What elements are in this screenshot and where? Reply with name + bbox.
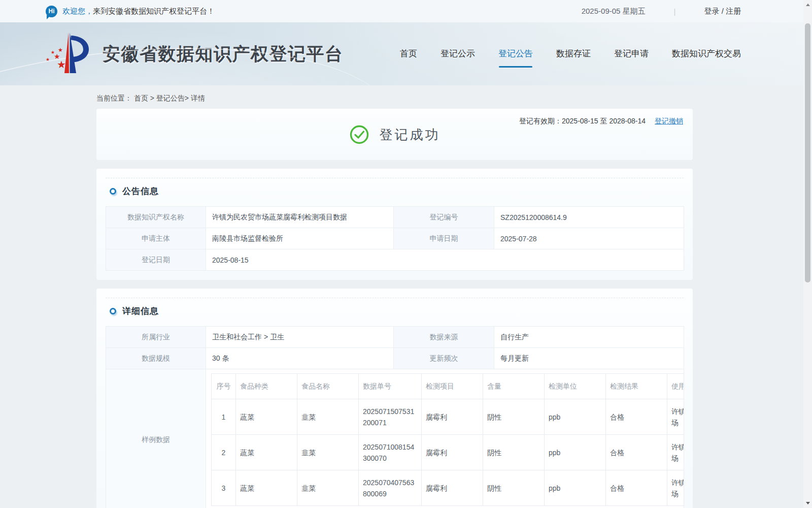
field-label: 数据知识产权名称	[106, 207, 206, 228]
breadcrumb-home[interactable]: 首页	[134, 94, 148, 102]
sample-data-table: 序号 食品种类 食品名称 数据单号 检测项目 含量 检测单位 检测结果 使用场景	[211, 373, 684, 506]
field-label: 登记日期	[106, 249, 206, 271]
cell: 1	[212, 399, 236, 435]
field-value: 卫生和社会工作 > 卫生	[206, 327, 394, 348]
field-value: 2025-08-15	[206, 249, 684, 271]
login-register-link[interactable]: 登录 / 注册	[704, 7, 741, 16]
field-value: 2025-07-28	[494, 228, 684, 249]
table-row: 申请主体 南陵县市场监督检验所 申请日期 2025-07-28	[106, 228, 684, 249]
field-label: 数据来源	[394, 327, 494, 348]
col-header: 检测单位	[545, 374, 606, 399]
field-value: 南陵县市场监督检验所	[206, 228, 394, 249]
field-value: SZ2025120008614.9	[494, 207, 684, 228]
scrollbar-thumb[interactable]	[805, 23, 810, 282]
breadcrumb-sep-1: >	[148, 94, 156, 102]
cell: 韭菜	[297, 399, 359, 435]
main-nav: 首页 登记公示 登记公告 数据存证 登记申请 数据知识产权交易	[400, 48, 741, 60]
top-utility-bar: Hi 欢迎您， 来到安徽省数据知识产权登记平台！ 2025-09-05 星期五 …	[0, 0, 803, 22]
vertical-scrollbar[interactable]	[803, 0, 812, 508]
page: Hi 欢迎您， 来到安徽省数据知识产权登记平台！ 2025-09-05 星期五 …	[0, 0, 812, 508]
announcement-info-table: 数据知识产权名称 许镇为民农贸市场蔬菜腐霉利检测项目数据 登记编号 SZ2025…	[106, 206, 684, 271]
cell: 阴性	[483, 399, 545, 435]
field-value: 每月更新	[494, 348, 684, 369]
scrollbar-down-arrow-icon[interactable]	[803, 499, 812, 507]
cell: 合格	[606, 470, 667, 506]
site-title: 安徽省数据知识产权登记平台	[103, 42, 344, 66]
success-check-icon	[349, 124, 369, 145]
field-label: 所属行业	[106, 327, 206, 348]
section-bullet-icon	[110, 188, 116, 195]
logo-p-bowl	[71, 36, 89, 62]
welcome-text: 来到安徽省数据知识产权登记平台！	[93, 7, 215, 16]
cell: 腐霉利	[422, 399, 483, 435]
sample-data-label: 样例数据	[106, 369, 206, 508]
cell: 腐霉利	[422, 435, 483, 470]
nav-home[interactable]: 首页	[400, 48, 417, 60]
sample-row: 2 蔬菜 韭菜 2025071008154300070 腐霉利 阴性 ppb 合…	[212, 435, 684, 470]
nav-registration-announcement[interactable]: 登记公告	[498, 48, 533, 60]
cell: 蔬菜	[236, 435, 297, 470]
col-header: 含量	[483, 374, 545, 399]
detail-info-card: 详细信息 所属行业 卫生和社会工作 > 卫生 数据来源 自行生产 数据规模 30…	[96, 289, 693, 508]
col-header: 数据单号	[359, 374, 422, 399]
page-content: 当前位置： 首页 > 登记公告> 详情 登记有效期： 2025-08-15 至 …	[0, 85, 803, 508]
sample-row: 1 蔬菜 韭菜 2025071507531200071 腐霉利 阴性 ppb 合…	[212, 399, 684, 435]
status-badge: 登记成功	[380, 126, 441, 144]
field-value: 许镇为民农贸市场蔬菜腐霉利检测项目数据	[206, 207, 394, 228]
cell: 2025071507531200071	[359, 399, 422, 435]
col-header: 检测结果	[606, 374, 667, 399]
breadcrumb-detail: 详情	[191, 94, 205, 102]
cell: 韭菜	[297, 470, 359, 506]
breadcrumb-prefix: 当前位置：	[96, 94, 132, 102]
table-row: 样例数据 序号 食品种类	[106, 369, 684, 508]
table-row: 数据规模 30 条 更新频次 每月更新	[106, 348, 684, 369]
nav-registration-apply[interactable]: 登记申请	[614, 48, 649, 60]
announcement-section-title: 公告信息	[122, 185, 159, 197]
table-row: 所属行业 卫生和社会工作 > 卫生 数据来源 自行生产	[106, 327, 684, 348]
cell: 蔬菜	[236, 470, 297, 506]
field-label: 申请日期	[394, 228, 494, 249]
scrollbar-up-arrow-icon[interactable]	[803, 1, 812, 9]
cell: ppb	[545, 435, 606, 470]
site-header: ★ ★ ★ ★ ★ 安徽省数据知识产权登记平台 首页 登记公示 登记公告 数据存…	[0, 22, 803, 85]
cell: 合格	[606, 435, 667, 470]
cell: 2025071008154300070	[359, 435, 422, 470]
cell: ppb	[545, 399, 606, 435]
sample-header-row: 序号 食品种类 食品名称 数据单号 检测项目 含量 检测单位 检测结果 使用场景	[212, 374, 684, 399]
cell: 许镇为民农贸市场	[667, 399, 684, 435]
cell: ppb	[545, 470, 606, 506]
table-row: 登记日期 2025-08-15	[106, 249, 684, 271]
sample-row: 3 蔬菜 韭菜 2025070407563800069 腐霉利 阴性 ppb 合…	[212, 470, 684, 506]
field-label: 更新频次	[394, 348, 494, 369]
field-value: 30 条	[206, 348, 394, 369]
cell: 许镇为民农贸市场	[667, 435, 684, 470]
field-label: 登记编号	[394, 207, 494, 228]
cell: 蔬菜	[236, 399, 297, 435]
logo-star-3: ★	[58, 47, 63, 53]
cell: 合格	[606, 399, 667, 435]
section-bullet-icon	[110, 308, 116, 314]
col-header: 食品名称	[297, 374, 359, 399]
nav-data-ip-trade[interactable]: 数据知识产权交易	[672, 48, 741, 60]
logo-star-1: ★	[57, 59, 66, 70]
col-header: 食品种类	[236, 374, 297, 399]
col-header: 序号	[212, 374, 236, 399]
announcement-info-card: 公告信息 数据知识产权名称 许镇为民农贸市场蔬菜腐霉利检测项目数据 登记编号 S…	[96, 169, 693, 280]
breadcrumb-announcement[interactable]: 登记公告	[156, 94, 185, 102]
field-label: 数据规模	[106, 348, 206, 369]
cell: 2	[212, 435, 236, 470]
breadcrumb-sep-2: >	[185, 94, 191, 102]
cell: 许镇为民农贸市场	[667, 470, 684, 506]
cell: 韭菜	[297, 435, 359, 470]
col-header: 检测项目	[422, 374, 483, 399]
table-row: 数据知识产权名称 许镇为民农贸市场蔬菜腐霉利检测项目数据 登记编号 SZ2025…	[106, 207, 684, 228]
registration-status-card: 登记有效期： 2025-08-15 至 2028-08-14 登记撤销 登记成功	[96, 109, 693, 160]
cell: 腐霉利	[422, 470, 483, 506]
cell: 3	[212, 470, 236, 506]
field-value: 自行生产	[494, 327, 684, 348]
cell: 阴性	[483, 470, 545, 506]
nav-registration-publicity[interactable]: 登记公示	[441, 48, 475, 60]
site-logo: ★ ★ ★ ★ ★	[45, 29, 94, 78]
topbar-divider: |	[674, 7, 676, 16]
nav-data-attestation[interactable]: 数据存证	[556, 48, 591, 60]
